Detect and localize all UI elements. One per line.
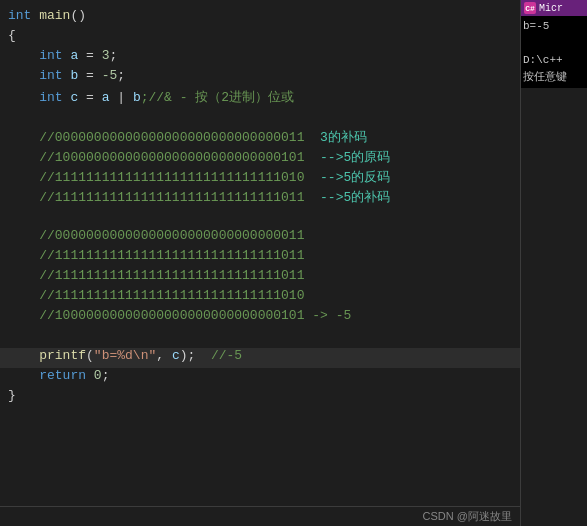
code-line-13: //11111111111111111111111111111011: [0, 248, 520, 268]
bottom-bar: CSDN @阿迷故里: [0, 506, 520, 526]
console-line-3: D:\c++: [523, 52, 584, 69]
console-line-1: b=-5: [523, 18, 584, 35]
code-line-14: //11111111111111111111111111111011: [0, 268, 520, 288]
code-line-3: int a = 3;: [0, 48, 520, 68]
console-line-4: 按任意键: [523, 69, 584, 86]
code-line-7: //00000000000000000000000000000011 3的补码: [0, 128, 520, 148]
code-line-2: {: [0, 28, 520, 48]
code-line-15: //11111111111111111111111111111010: [0, 288, 520, 308]
code-line-17: [0, 328, 520, 348]
code-line-10: //11111111111111111111111111111011 -->5的…: [0, 188, 520, 208]
console-icon: C#: [524, 2, 536, 14]
code-line-11: [0, 208, 520, 228]
console-window: C# Micr b=-5 D:\c++ 按任意键: [520, 0, 587, 88]
keyword-int-main: int: [8, 8, 31, 23]
console-line-2: [523, 35, 584, 52]
console-title: Micr: [539, 3, 563, 14]
code-line-19: return 0;: [0, 368, 520, 388]
code-line-16: //10000000000000000000000000000101 -> -5: [0, 308, 520, 328]
code-line-4: int b = -5;: [0, 68, 520, 88]
code-line-20: }: [0, 388, 520, 408]
code-line-12: //00000000000000000000000000000011: [0, 228, 520, 248]
watermark: CSDN @阿迷故里: [423, 509, 512, 524]
code-line-5: int c = a | b;//& - 按（2进制）位或: [0, 88, 520, 108]
code-line-9: //11111111111111111111111111111010 -->5的…: [0, 168, 520, 188]
right-panel: C# Micr b=-5 D:\c++ 按任意键: [520, 0, 587, 526]
code-line-8: //10000000000000000000000000000101 -->5的…: [0, 148, 520, 168]
code-line-6: [0, 108, 520, 128]
code-editor: int main() { int a = 3; int b = -5; int …: [0, 0, 520, 526]
console-titlebar: C# Micr: [520, 0, 587, 16]
code-line-1: int main(): [0, 8, 520, 28]
code-line-18: printf("b=%d\n", c); //-5: [0, 348, 520, 368]
console-content: b=-5 D:\c++ 按任意键: [520, 16, 587, 88]
